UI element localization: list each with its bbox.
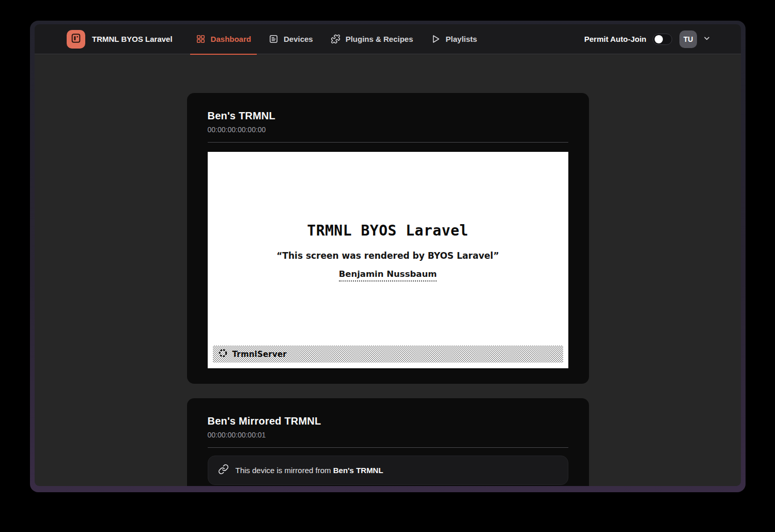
- app-window: TRMNL BYOS Laravel Dashboard: [35, 24, 741, 486]
- nav-item-dashboard[interactable]: Dashboard: [190, 24, 257, 54]
- device-card-bens-trmnl: Ben's TRMNL 00:00:00:00:00:00 TRMNL BYOS…: [187, 93, 589, 384]
- nav-label: Devices: [284, 35, 313, 43]
- link-icon: [218, 464, 229, 477]
- toggle-knob: [655, 35, 663, 43]
- screen-plugin-label: TrmnlServer: [233, 350, 287, 359]
- dashboard-content: Ben's TRMNL 00:00:00:00:00:00 TRMNL BYOS…: [35, 54, 741, 486]
- device-mac-address: 00:00:00:00:00:01: [208, 431, 568, 439]
- app-title: TRMNL BYOS Laravel: [92, 35, 173, 43]
- eink-screen-preview: TRMNL BYOS Laravel “This screen was rend…: [208, 152, 568, 368]
- mirror-source-device: Ben's TRMNL: [333, 466, 383, 475]
- user-avatar[interactable]: TU: [679, 30, 697, 48]
- mirror-info-box: This device is mirrored from Ben's TRMNL: [208, 456, 568, 485]
- spinner-icon: [218, 348, 228, 360]
- mirror-note-text: This device is mirrored from Ben's TRMNL: [236, 466, 383, 475]
- screen-author-row: Benjamin Nussbaum: [208, 269, 568, 281]
- top-navbar: TRMNL BYOS Laravel Dashboard: [35, 24, 741, 54]
- permit-auto-join-toggle[interactable]: [653, 34, 672, 45]
- dashboard-grid-icon: [196, 34, 206, 44]
- card-divider: [208, 447, 568, 448]
- trmnl-device-icon: [70, 33, 82, 46]
- nav-item-plugins-recipes[interactable]: Plugins & Recipes: [325, 24, 419, 54]
- browser-window-frame: TRMNL BYOS Laravel Dashboard: [30, 21, 746, 492]
- puzzle-icon: [331, 34, 340, 44]
- user-menu-chevron[interactable]: [703, 34, 711, 44]
- nav-item-devices[interactable]: Devices: [263, 24, 319, 54]
- app-logo[interactable]: [67, 30, 85, 49]
- device-mac-address: 00:00:00:00:00:00: [208, 126, 568, 134]
- nav-label: Plugins & Recipes: [346, 35, 413, 43]
- main-nav: Dashboard Devices: [184, 24, 483, 54]
- card-divider: [208, 142, 568, 143]
- nav-item-playlists[interactable]: Playlists: [425, 24, 483, 54]
- screen-plugin-titlebar: TrmnlServer: [213, 346, 563, 363]
- screen-quote: “This screen was rendered by BYOS Larave…: [208, 251, 568, 261]
- play-icon: [431, 34, 441, 44]
- device-card-bens-mirrored-trmnl: Ben's Mirrored TRMNL 00:00:00:00:00:01 T…: [187, 398, 589, 486]
- device-list-icon: [269, 34, 278, 44]
- device-name: Ben's TRMNL: [208, 110, 568, 122]
- header-right-cluster: Permit Auto-Join TU: [584, 30, 711, 48]
- screen-author: Benjamin Nussbaum: [339, 269, 437, 281]
- mirror-note-prefix: This device is mirrored from: [236, 466, 333, 475]
- permit-auto-join-label: Permit Auto-Join: [584, 35, 646, 43]
- nav-label: Playlists: [446, 35, 477, 43]
- nav-label: Dashboard: [211, 35, 251, 43]
- chevron-down-icon: [703, 34, 711, 44]
- device-name: Ben's Mirrored TRMNL: [208, 415, 568, 427]
- screen-heading: TRMNL BYOS Laravel: [208, 152, 568, 238]
